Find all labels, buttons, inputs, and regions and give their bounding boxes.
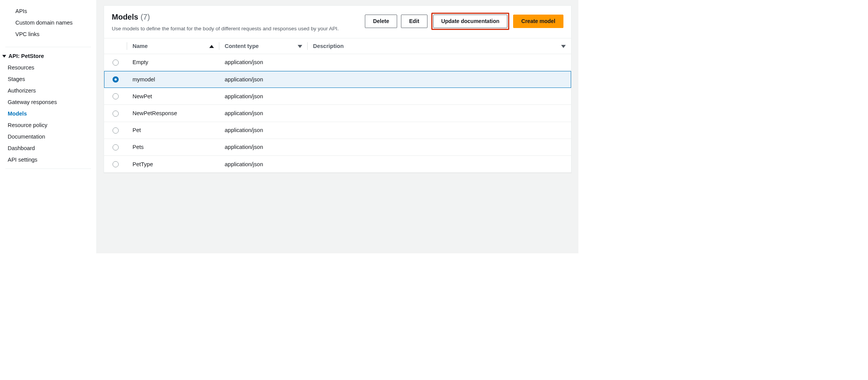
table-row[interactable]: PetType application/json: [104, 155, 571, 172]
table-row[interactable]: Pets application/json: [104, 139, 571, 155]
page-title: Models (7): [112, 13, 359, 21]
sidebar-item-vpc-links[interactable]: VPC links: [8, 28, 89, 40]
create-model-button[interactable]: Create model: [513, 15, 563, 28]
row-radio[interactable]: [113, 59, 119, 66]
cell-name: mymodel: [127, 71, 219, 88]
cell-name: Pet: [127, 122, 219, 139]
models-table: Name Content type Description: [104, 38, 571, 172]
filter-icon: [561, 45, 566, 48]
update-documentation-highlight: Update documentation: [431, 13, 510, 30]
sidebar-item-custom-domain-names[interactable]: Custom domain names: [8, 17, 89, 28]
header-button-row: Delete Edit Update documentation Create …: [365, 13, 563, 30]
row-radio[interactable]: [113, 161, 119, 167]
sidebar-item-stages[interactable]: Stages: [0, 73, 96, 85]
cell-content-type: application/json: [219, 122, 308, 139]
sidebar-item-api-settings[interactable]: API settings: [0, 154, 96, 165]
cell-description: [308, 88, 571, 105]
update-documentation-button[interactable]: Update documentation: [433, 15, 508, 28]
row-radio[interactable]: [113, 144, 119, 150]
column-header-name[interactable]: Name: [127, 38, 219, 54]
cell-description: [308, 54, 571, 71]
table-row[interactable]: NewPet application/json: [104, 88, 571, 105]
caret-down-icon: [2, 55, 6, 58]
sidebar-api-heading[interactable]: API: PetStore: [0, 50, 96, 62]
cell-content-type: application/json: [219, 105, 308, 122]
sidebar-item-authorizers[interactable]: Authorizers: [0, 85, 96, 96]
cell-name: NewPet: [127, 88, 219, 105]
cell-name: PetType: [127, 155, 219, 172]
column-header-description[interactable]: Description: [308, 38, 571, 54]
row-radio[interactable]: [113, 76, 119, 83]
table-row[interactable]: Empty application/json: [104, 54, 571, 71]
cell-name: NewPetResponse: [127, 105, 219, 122]
sidebar-item-models[interactable]: Models: [0, 108, 96, 119]
cell-content-type: application/json: [219, 155, 308, 172]
sidebar-item-dashboard[interactable]: Dashboard: [0, 142, 96, 154]
cell-content-type: application/json: [219, 139, 308, 155]
cell-name: Pets: [127, 139, 219, 155]
sidebar-item-resource-policy[interactable]: Resource policy: [0, 119, 96, 131]
row-radio[interactable]: [113, 93, 119, 99]
sidebar: APIs Custom domain names VPC links API: …: [0, 0, 97, 253]
sidebar-api-heading-label: API: PetStore: [8, 53, 44, 59]
panel-header: Models (7) Use models to define the form…: [104, 6, 571, 38]
sidebar-item-documentation[interactable]: Documentation: [0, 131, 96, 142]
table-row[interactable]: Pet application/json: [104, 122, 571, 139]
sort-ascending-icon: [209, 45, 214, 48]
sidebar-top-section: APIs Custom domain names VPC links: [0, 0, 96, 44]
sidebar-api-section: Resources Stages Authorizers Gateway res…: [0, 62, 96, 165]
cell-name: Empty: [127, 54, 219, 71]
column-header-description-label: Description: [313, 43, 344, 49]
column-header-select: [104, 38, 127, 54]
column-header-content-type-label: Content type: [225, 43, 259, 49]
cell-content-type: application/json: [219, 71, 308, 88]
cell-description: [308, 155, 571, 172]
sidebar-divider: [5, 169, 91, 169]
cell-content-type: application/json: [219, 54, 308, 71]
main-content: Models (7) Use models to define the form…: [97, 0, 578, 253]
sidebar-divider: [5, 47, 91, 47]
cell-description: [308, 71, 571, 88]
filter-icon: [298, 45, 302, 48]
page-description: Use models to define the format for the …: [112, 25, 359, 33]
cell-description: [308, 139, 571, 155]
cell-content-type: application/json: [219, 88, 308, 105]
cell-description: [308, 105, 571, 122]
sidebar-item-apis[interactable]: APIs: [8, 5, 89, 17]
sidebar-item-gateway-responses[interactable]: Gateway responses: [0, 96, 96, 108]
table-row[interactable]: mymodel application/json: [104, 71, 571, 88]
models-panel: Models (7) Use models to define the form…: [104, 5, 571, 173]
sidebar-item-resources[interactable]: Resources: [0, 62, 96, 73]
table-row[interactable]: NewPetResponse application/json: [104, 105, 571, 122]
row-radio[interactable]: [113, 127, 119, 134]
row-radio[interactable]: [113, 111, 119, 117]
column-header-name-label: Name: [133, 43, 148, 49]
edit-button[interactable]: Edit: [401, 15, 427, 28]
cell-description: [308, 122, 571, 139]
delete-button[interactable]: Delete: [365, 15, 397, 28]
column-header-content-type[interactable]: Content type: [219, 38, 308, 54]
page-title-text: Models: [112, 13, 138, 21]
page-title-count: (7): [141, 13, 150, 21]
